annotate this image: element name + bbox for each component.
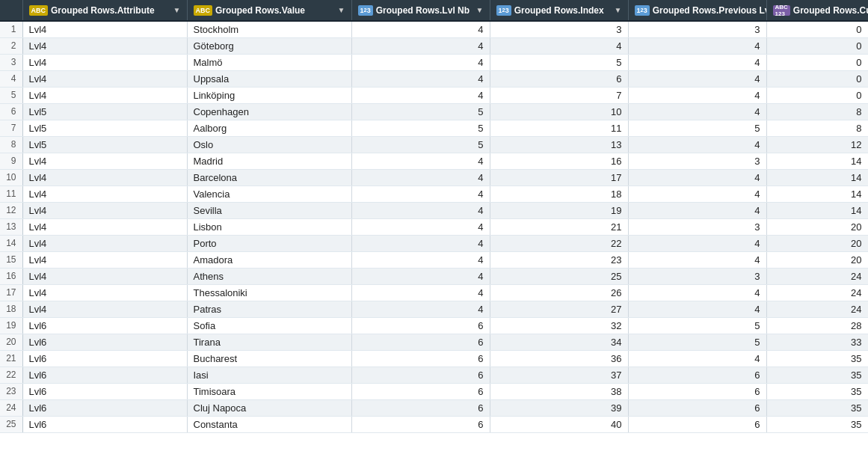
cell-lvlnb: 4: [351, 301, 490, 317]
row-number: 15: [0, 251, 22, 268]
cell-custom: 24: [766, 301, 868, 317]
col-dropdown-arrow[interactable]: ▼: [173, 6, 181, 14]
row-number: 20: [0, 334, 22, 350]
cell-custom: 0: [766, 70, 868, 87]
col-dropdown-arrow[interactable]: ▼: [476, 6, 484, 14]
cell-prevlvl: 6: [628, 399, 766, 416]
col-label: Grouped Rows.Attribute: [51, 5, 155, 16]
row-number: 14: [0, 235, 22, 251]
cell-attribute: Lvl4: [22, 301, 187, 317]
cell-prevlvl: 3: [628, 218, 766, 235]
cell-lvlnb: 6: [351, 367, 490, 383]
cell-custom: 8: [766, 103, 868, 120]
cell-prevlvl: 4: [628, 251, 766, 268]
cell-index: 4: [490, 37, 628, 54]
table-row: 1Lvl4Stockholm4330: [0, 21, 868, 37]
cell-lvlnb: 5: [351, 120, 490, 136]
cell-prevlvl: 4: [628, 37, 766, 54]
cell-prevlvl: 4: [628, 350, 766, 367]
table-row: 12Lvl4Sevilla419414: [0, 202, 868, 218]
cell-value: Bucharest: [187, 350, 351, 367]
cell-value: Amadora: [187, 251, 351, 268]
table-row: 21Lvl6Bucharest636435: [0, 350, 868, 367]
cell-attribute: Lvl4: [22, 87, 187, 103]
row-number: 12: [0, 202, 22, 218]
cell-value: Copenhagen: [187, 103, 351, 120]
table-row: 23Lvl6Timisoara638635: [0, 383, 868, 399]
cell-attribute: Lvl6: [22, 367, 187, 383]
col-label: Grouped Rows.Previous Lvl: [653, 5, 766, 16]
cell-lvlnb: 6: [351, 399, 490, 416]
cell-custom: 8: [766, 120, 868, 136]
row-number: 23: [0, 383, 22, 399]
cell-index: 7: [490, 87, 628, 103]
cell-lvlnb: 6: [351, 350, 490, 367]
cell-lvlnb: 4: [351, 54, 490, 70]
cell-custom: 35: [766, 350, 868, 367]
row-number: 16: [0, 268, 22, 284]
table-row: 4Lvl4Uppsala4640: [0, 70, 868, 87]
cell-index: 40: [490, 416, 628, 432]
cell-prevlvl: 3: [628, 153, 766, 169]
cell-index: 27: [490, 301, 628, 317]
type-icon-abc: ABC: [194, 5, 213, 16]
type-icon-abc: ABC: [29, 5, 49, 16]
cell-attribute: Lvl5: [22, 120, 187, 136]
cell-attribute: Lvl4: [22, 284, 187, 301]
cell-value: Stockholm: [187, 21, 351, 37]
table-row: 17Lvl4Thessaloniki426424: [0, 284, 868, 301]
cell-index: 22: [490, 235, 628, 251]
cell-value: Constanta: [187, 416, 351, 432]
col-header-prevlvl[interactable]: 123Grouped Rows.Previous Lvl▼: [628, 0, 766, 21]
row-number: 7: [0, 120, 22, 136]
col-dropdown-arrow[interactable]: ▼: [615, 6, 622, 14]
col-dropdown-arrow[interactable]: ▼: [338, 6, 345, 14]
cell-prevlvl: 4: [628, 103, 766, 120]
table-row: 24Lvl6Cluj Napoca639635: [0, 399, 868, 416]
cell-value: Lisbon: [187, 218, 351, 235]
col-header-attribute[interactable]: ABCGrouped Rows.Attribute▼: [22, 0, 187, 21]
cell-prevlvl: 5: [628, 334, 766, 350]
cell-custom: 14: [766, 185, 868, 202]
cell-lvlnb: 4: [351, 268, 490, 284]
cell-custom: 0: [766, 87, 868, 103]
col-header-lvlnb[interactable]: 123Grouped Rows.Lvl Nb▼: [351, 0, 490, 21]
cell-index: 36: [490, 350, 628, 367]
cell-prevlvl: 3: [628, 21, 766, 37]
cell-prevlvl: 4: [628, 185, 766, 202]
cell-value: Oslo: [187, 136, 351, 153]
cell-index: 32: [490, 317, 628, 334]
row-number: 5: [0, 87, 22, 103]
cell-index: 16: [490, 153, 628, 169]
cell-prevlvl: 4: [628, 136, 766, 153]
row-number: 24: [0, 399, 22, 416]
cell-custom: 35: [766, 367, 868, 383]
cell-value: Madrid: [187, 153, 351, 169]
cell-lvlnb: 4: [351, 284, 490, 301]
cell-custom: 35: [766, 399, 868, 416]
cell-attribute: Lvl4: [22, 37, 187, 54]
cell-value: Aalborg: [187, 120, 351, 136]
cell-index: 18: [490, 185, 628, 202]
cell-lvlnb: 4: [351, 70, 490, 87]
cell-custom: 0: [766, 21, 868, 37]
table-row: 19Lvl6Sofia632528: [0, 317, 868, 334]
cell-custom: 0: [766, 37, 868, 54]
cell-attribute: Lvl5: [22, 136, 187, 153]
col-header-value[interactable]: ABCGrouped Rows.Value▼: [187, 0, 351, 21]
cell-custom: 20: [766, 235, 868, 251]
cell-attribute: Lvl6: [22, 399, 187, 416]
col-header-custom[interactable]: ABC123Grouped Rows.Custom▼: [766, 0, 868, 21]
cell-index: 10: [490, 103, 628, 120]
cell-prevlvl: 6: [628, 383, 766, 399]
row-number: 3: [0, 54, 22, 70]
col-header-index[interactable]: 123Grouped Rows.Index▼: [490, 0, 628, 21]
col-label: Grouped Rows.Index: [514, 5, 604, 16]
row-number: 6: [0, 103, 22, 120]
cell-value: Cluj Napoca: [187, 399, 351, 416]
cell-lvlnb: 4: [351, 251, 490, 268]
type-icon-123: 123: [358, 5, 373, 16]
cell-index: 5: [490, 54, 628, 70]
cell-custom: 0: [766, 54, 868, 70]
cell-value: Linköping: [187, 87, 351, 103]
